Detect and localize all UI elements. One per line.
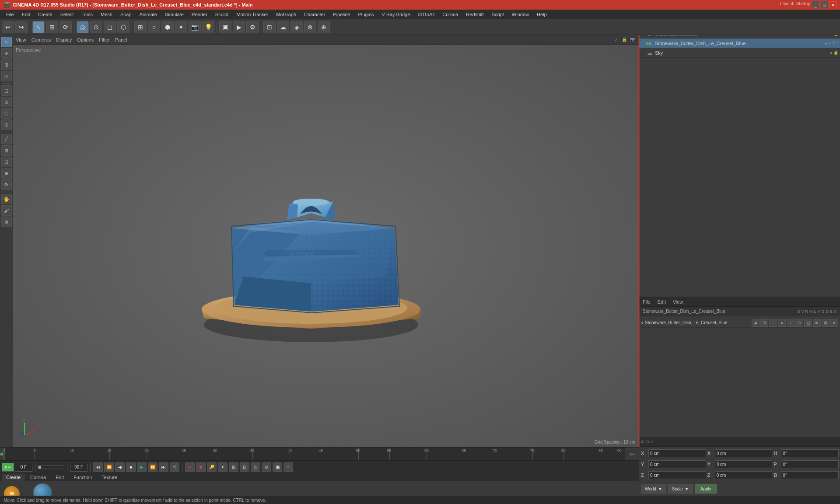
attr-file-menu[interactable]: File	[641, 299, 652, 305]
timeline-ruler[interactable]: 0 5 10 15 20 25 30 35 40 45 50 55 60 65 …	[4, 448, 626, 460]
viewport-panel-menu[interactable]: Panel	[115, 37, 127, 42]
menu-mograph[interactable]: MoGraph	[273, 11, 300, 18]
loop-select-tool[interactable]: ⟳	[1, 179, 12, 190]
viewport[interactable]: View Cameras Display Options Filter Pane…	[13, 35, 639, 447]
viewport-cameras-menu[interactable]: Cameras	[32, 37, 51, 42]
current-frame-input[interactable]: 0 F	[2, 463, 14, 472]
menu-character[interactable]: Character	[301, 11, 329, 18]
extrude-tool[interactable]: ⊕	[1, 168, 12, 178]
viewport-filter-menu[interactable]: Filter	[99, 37, 109, 42]
frame-value-input[interactable]	[15, 463, 32, 472]
render-view-button[interactable]: ▣	[219, 21, 231, 33]
cube-button[interactable]: ⊞	[134, 21, 147, 33]
close-button[interactable]: ✕	[830, 1, 836, 8]
render-preview-button[interactable]: ≡	[284, 462, 293, 472]
sky-lock[interactable]: 🔒	[833, 50, 838, 56]
maximize-button[interactable]: □	[821, 1, 828, 8]
menu-render[interactable]: Render	[188, 11, 211, 18]
tab-corona[interactable]: Corona	[26, 474, 50, 481]
attr-icon-a[interactable]: ⊙	[795, 319, 803, 327]
menu-vray[interactable]: V-Ray Bridge	[378, 11, 414, 18]
keyframe-button[interactable]: ●	[185, 462, 195, 472]
scale-button[interactable]: Scale ▼	[668, 484, 693, 494]
y-pos-input[interactable]: 0 cm	[648, 460, 706, 468]
attr-icon-d[interactable]: ⊕	[813, 319, 821, 327]
render-button[interactable]: ▶	[233, 21, 245, 33]
knife-tool[interactable]: ╱	[1, 134, 12, 144]
menu-window[interactable]: Window	[508, 11, 532, 18]
minimize-button[interactable]: _	[812, 1, 819, 8]
box-select-tool[interactable]: ◻	[1, 85, 12, 96]
move-tool[interactable]: ✛	[1, 48, 12, 59]
select-tool[interactable]: ↖	[1, 37, 12, 47]
mograph-button[interactable]: ⊕	[318, 21, 330, 33]
menu-mesh[interactable]: Mesh	[97, 11, 116, 18]
paint-tool[interactable]: 🖌	[1, 205, 12, 216]
render-settings-button[interactable]: ⚙	[246, 21, 259, 33]
dope-sheet-button[interactable]: ⊡	[240, 462, 249, 472]
attr-icon-v[interactable]: ⊡	[760, 319, 768, 327]
scale-tool[interactable]: ⊞	[1, 60, 12, 70]
b-rot-input[interactable]: 0°	[781, 471, 839, 479]
menu-animate[interactable]: Animate	[136, 11, 161, 18]
attr-icon-e[interactable]: ⊞	[822, 319, 830, 327]
redo-button[interactable]: ↪	[15, 21, 28, 33]
viewport-view-menu[interactable]: View	[16, 37, 26, 42]
curve-editor-button[interactable]: ◎	[251, 462, 260, 472]
menu-help[interactable]: Help	[533, 11, 550, 18]
viewport-options-menu[interactable]: Options	[77, 37, 94, 42]
motion-blur-button[interactable]: ✦	[218, 462, 228, 472]
x-scale-input[interactable]: 0 cm	[715, 449, 773, 457]
tab-function[interactable]: Function	[69, 474, 96, 481]
menu-create[interactable]: Create	[35, 11, 56, 18]
menu-corona[interactable]: Corona	[439, 11, 462, 18]
camera-button[interactable]: 📷	[189, 21, 201, 33]
point-mode-button[interactable]: ⊙	[90, 21, 102, 33]
menu-snap[interactable]: Snap	[117, 11, 135, 18]
attr-icon-s[interactable]: ◈	[752, 319, 760, 327]
polygon-select-tool[interactable]: ⬡	[1, 108, 12, 119]
menu-plugins[interactable]: Plugins	[354, 11, 377, 18]
go-to-next-key-button[interactable]: ⏩	[148, 462, 158, 472]
move-tool-button[interactable]: ↖	[32, 21, 45, 33]
material-button[interactable]: ◈	[290, 21, 303, 33]
timeline-area[interactable]: 0 5 10 15 20 25 30 35 40 45 50 55 60 65 …	[0, 447, 639, 460]
capture-button[interactable]: ▣	[273, 462, 282, 472]
play-button[interactable]: ▶	[137, 462, 147, 472]
go-to-prev-key-button[interactable]: ⏪	[104, 462, 114, 472]
menu-sculpt[interactable]: Sculpt	[212, 11, 232, 18]
world-button[interactable]: World ▼	[641, 484, 666, 494]
frame-slider[interactable]	[38, 466, 64, 469]
h-rot-input[interactable]: 0°	[781, 449, 839, 457]
attr-icon-g[interactable]: ◻	[804, 319, 812, 327]
obj-row-stoneware[interactable]: ▶ ◆ Stoneware_Butter_Dish_Le_Creuset_Blu…	[639, 38, 840, 48]
viewport-expand-icon[interactable]: ⤢	[612, 36, 620, 43]
menu-script[interactable]: Script	[488, 11, 508, 18]
y-scale-input[interactable]: 0 cm	[715, 460, 773, 468]
viewport-display-menu[interactable]: Display	[56, 37, 72, 42]
menu-pipeline[interactable]: Pipeline	[329, 11, 354, 18]
scale-tool-button[interactable]: ⊞	[46, 21, 58, 33]
object-mode-button[interactable]: ◎	[77, 21, 89, 33]
null-button[interactable]: ✦	[175, 21, 187, 33]
sky-button[interactable]: ☁	[277, 21, 289, 33]
viewport-camera-icon[interactable]: 📷	[629, 36, 636, 43]
sculpt-tool[interactable]: 🖐	[1, 194, 12, 204]
menu-3dtoall[interactable]: 3DToAll	[414, 11, 438, 18]
light-button[interactable]: 💡	[202, 21, 214, 33]
go-to-start-button[interactable]: ⏮	[93, 462, 103, 472]
p-rot-input[interactable]: 0°	[781, 460, 839, 468]
scene-area[interactable]: le creuset Grid Spacing	[13, 45, 639, 447]
z-scale-input[interactable]: 0 cm	[715, 471, 773, 479]
stop-button[interactable]: ■	[126, 462, 136, 472]
tab-texture[interactable]: Texture	[97, 474, 122, 481]
play-reverse-button[interactable]: ◀	[115, 462, 125, 472]
attr-object-row[interactable]: ● Stoneware_Butter_Dish_Le_Creuset_Blue …	[641, 318, 838, 328]
menu-simulate[interactable]: Simulate	[161, 11, 187, 18]
bevel-tool[interactable]: ⊡	[1, 157, 12, 167]
menu-file[interactable]: File	[3, 11, 18, 18]
undo-button[interactable]: ↩	[2, 21, 14, 33]
attr-icon-l[interactable]: ↓	[787, 319, 794, 327]
attr-icon-r[interactable]: —	[769, 319, 777, 327]
autokey-button[interactable]: 🔑	[207, 462, 217, 472]
